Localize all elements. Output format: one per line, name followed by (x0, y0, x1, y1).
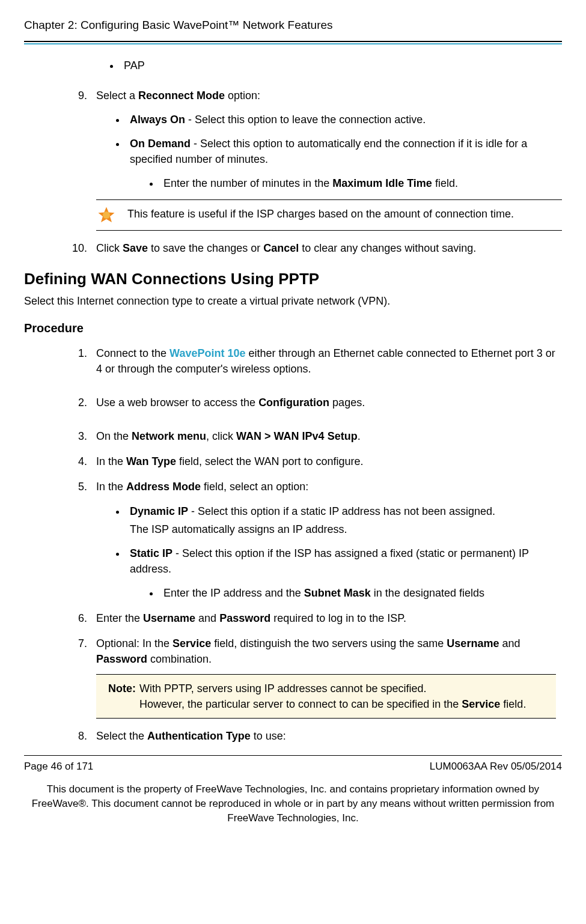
text: . (358, 430, 361, 442)
note-label: Note: (108, 681, 136, 712)
text-bold: Subnet Mask (304, 587, 371, 599)
text-bold: Service (462, 698, 500, 710)
list-item: Always On - Select this option to leave … (126, 112, 562, 127)
text: Select the (96, 730, 147, 742)
tip-text: This feature is useful if the ISP charge… (127, 206, 562, 222)
text: to clear any changes without saving. (299, 242, 476, 254)
text: and (499, 637, 520, 649)
list-item: Enter the number of minutes in the Maxim… (160, 175, 562, 191)
text: In the (96, 481, 126, 493)
page-content: PAP Select a Reconnect Mode option: Alwa… (24, 58, 562, 744)
bullet-list: Dynamic IP - Select this option if a sta… (96, 503, 562, 601)
text: field, select an option: (201, 481, 308, 493)
text: Enter the IP address and the (163, 587, 304, 599)
sub-bullet-list: Enter the IP address and the Subnet Mask… (130, 585, 562, 601)
text: In the (96, 455, 126, 467)
text-bold: Static IP (130, 547, 172, 559)
text: Enter the (96, 612, 143, 624)
text: to save the changes or (148, 242, 263, 254)
text: Optional: In the (96, 637, 172, 649)
text-bold: Authentication Type (147, 730, 251, 742)
list-item: Enter the IP address and the Subnet Mask… (160, 585, 562, 601)
text-bold: Service (172, 637, 211, 649)
procedure-step-3: On the Network menu, click WAN > WAN IPv… (90, 428, 562, 444)
step-9: Select a Reconnect Mode option: Always O… (90, 88, 562, 231)
tip-rule-top (96, 199, 562, 200)
text-bold: Maximum Idle Time (332, 177, 432, 189)
text: , click (206, 430, 236, 442)
wavepoint-link[interactable]: WavePoint 10e (169, 347, 245, 359)
text: field. (500, 698, 526, 710)
text-bold: WAN > WAN IPv4 Setup (236, 430, 358, 442)
text-bold: Address Mode (126, 481, 201, 493)
chapter-header: Chapter 2: Configuring Basic WavePoint™ … (24, 17, 562, 34)
list-item: On Demand - Select this option to automa… (126, 136, 562, 191)
text: - Select this option if the ISP has assi… (130, 547, 529, 575)
text: to use: (251, 730, 286, 742)
note-line-2: However, the particular server to connec… (139, 696, 544, 712)
text: On the (96, 430, 132, 442)
footer-rule (24, 755, 562, 756)
text-bold: Password (96, 653, 147, 665)
procedure-step-1: Connect to the WavePoint 10e either thro… (90, 345, 562, 377)
text: - Select this option to leave the connec… (185, 114, 426, 126)
tip-callout: This feature is useful if the ISP charge… (96, 199, 562, 231)
procedure-heading: Procedure (24, 320, 562, 337)
text-bold: Always On (130, 114, 185, 126)
tip-rule-bottom (96, 230, 562, 231)
sub-bullet-list: Enter the number of minutes in the Maxim… (130, 175, 562, 191)
procedure-step-4: In the Wan Type field, select the WAN po… (90, 454, 562, 469)
text: PAP (124, 59, 145, 71)
header-rule-dark (24, 41, 562, 42)
text-bold: Network menu (132, 430, 206, 442)
procedure-step-5: In the Address Mode field, select an opt… (90, 479, 562, 601)
procedure-step-2: Use a web browser to access the Configur… (90, 395, 562, 410)
section-heading: Defining WAN Connections Using PPTP (24, 268, 562, 291)
text: Connect to the (96, 347, 169, 359)
text-bold: Username (143, 612, 195, 624)
text: Use a web browser to access the (96, 397, 258, 409)
note-callout: Note: With PPTP, servers using IP addres… (96, 674, 556, 719)
text: Select a (96, 90, 138, 102)
text: pages. (329, 397, 365, 409)
text-bold: Username (447, 637, 499, 649)
bullet-list: Always On - Select this option to leave … (96, 112, 562, 191)
doc-revision: LUM0063AA Rev 05/05/2014 (430, 759, 562, 774)
text: field, select the WAN port to configure. (176, 455, 363, 467)
list-item: Static IP - Select this option if the IS… (126, 546, 562, 601)
text-bold: Configuration (258, 397, 329, 409)
text: Enter the number of minutes in the (163, 177, 332, 189)
text: option: (225, 90, 260, 102)
procedure-list: Connect to the WavePoint 10e either thro… (24, 345, 562, 744)
page-number: Page 46 of 171 (24, 759, 93, 774)
text: However, the particular server to connec… (139, 698, 462, 710)
text-bold: On Demand (130, 138, 191, 150)
footer-row: Page 46 of 171 LUM0063AA Rev 05/05/2014 (24, 759, 562, 774)
text: and (195, 612, 219, 624)
list-item: Dynamic IP - Select this option if a sta… (126, 503, 562, 537)
text-bold: Password (219, 612, 270, 624)
text-bold: Save (123, 242, 148, 254)
procedure-step-8: Select the Authentication Type to use: (90, 728, 562, 744)
text: - Select this option if a static IP addr… (188, 505, 495, 517)
list-item: PAP (120, 58, 562, 73)
text-bold: Reconnect Mode (138, 90, 225, 102)
tip-icon (97, 206, 115, 224)
text: The ISP automatically assigns an IP addr… (130, 521, 562, 537)
text: Click (96, 242, 123, 254)
section-subtext: Select this Internet connection type to … (24, 293, 562, 309)
header-rule-blue (24, 43, 562, 44)
svg-point-1 (103, 211, 110, 219)
step-10: Click Save to save the changes or Cancel… (90, 240, 562, 256)
footer-legal: This document is the property of FreeWav… (24, 782, 562, 825)
procedure-step-6: Enter the Username and Password required… (90, 610, 562, 626)
text-bold: Dynamic IP (130, 505, 188, 517)
text-bold: Wan Type (126, 455, 176, 467)
ordered-list: Select a Reconnect Mode option: Always O… (24, 88, 562, 257)
text: field. (432, 177, 458, 189)
procedure-step-7: Optional: In the Service field, distingu… (90, 636, 562, 719)
note-line-1: With PPTP, servers using IP addresses ca… (139, 681, 544, 696)
text: field, distinguish the two servers using… (211, 637, 447, 649)
text: in the designated fields (371, 587, 484, 599)
text: combination. (147, 653, 212, 665)
